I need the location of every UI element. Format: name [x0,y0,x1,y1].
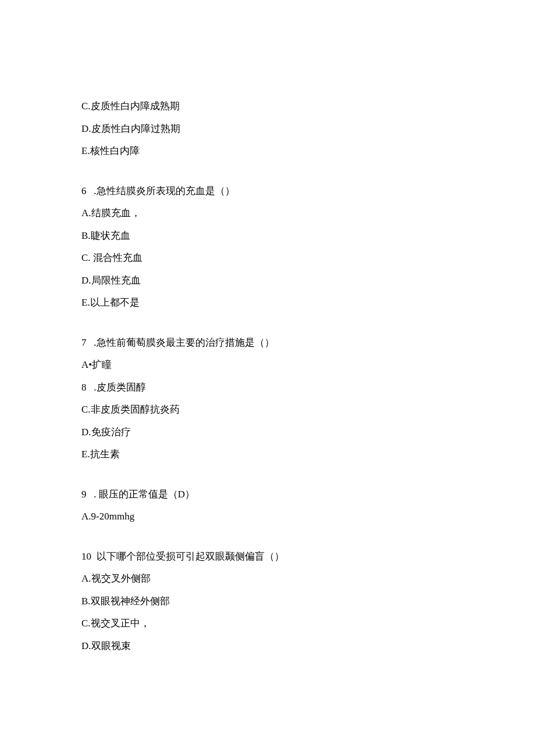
q10-option-a: A.视交叉外侧部 [81,571,454,586]
gap [81,470,454,487]
q5-option-c: C.皮质性白内障成熟期 [81,99,454,114]
q10-option-d: D.双眼视束 [81,639,454,654]
q10-option-c: C.视交叉正中， [81,616,454,631]
q5-option-e: E.核性白内障 [81,144,454,159]
q6-option-d: D.局限性充血 [81,273,454,288]
document-page: C.皮质性白内障成熟期 D.皮质性白内障过熟期 E.核性白内障 6 .急性结膜炎… [0,0,535,756]
q10-option-b: B.双眼视神经外侧部 [81,594,454,609]
gap [81,318,454,335]
q7-option-c: C.非皮质类固醇抗炎药 [81,402,454,417]
q7-option-a: A•扩瞳 [81,357,454,372]
q6-option-b: B.睫状充血 [81,228,454,243]
gap [81,532,454,549]
q7-stem: 7 .急性前葡萄膜炎最主要的治疗措施是（） [81,335,454,350]
q6-option-c: C. 混合性充血 [81,250,454,266]
q6-option-a: A.结膜充血， [81,206,454,221]
q9-stem: 9 . 眼压的正常值是（D） [81,487,454,502]
q9-option-a: A.9-20mmhg [81,509,454,524]
q10-stem: 10 以下哪个部位受损可引起双眼颞侧偏盲（） [81,549,454,564]
q7-option-b: 8 .皮质类固醇 [81,380,454,395]
q7-option-d: D.免疫治疗 [81,425,454,440]
gap [81,166,454,184]
q6-stem: 6 .急性结膜炎所表现的充血是（） [81,184,454,199]
q7-option-e: E.抗生素 [81,447,454,462]
q6-option-e: E.以上都不是 [81,295,454,310]
q5-option-d: D.皮质性白内障过熟期 [81,121,454,137]
